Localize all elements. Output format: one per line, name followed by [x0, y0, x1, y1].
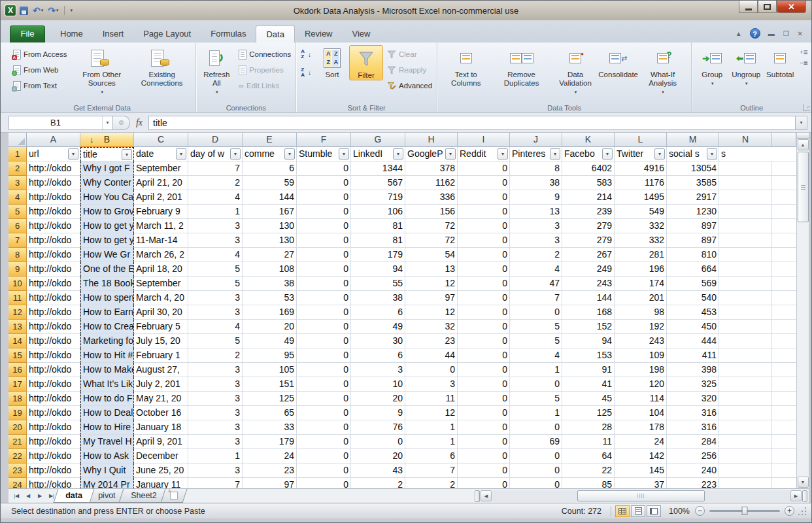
- cell[interactable]: 336: [405, 190, 458, 205]
- cell[interactable]: 5: [188, 277, 243, 291]
- insert-worksheet-tab[interactable]: [160, 489, 187, 503]
- column-header-H[interactable]: H: [405, 133, 458, 147]
- cell[interactable]: 2: [188, 348, 243, 363]
- cell[interactable]: 6: [351, 305, 405, 320]
- cell[interactable]: 240: [667, 464, 719, 478]
- cell[interactable]: 453: [667, 305, 719, 320]
- cell[interactable]: How to Hire: [80, 420, 134, 435]
- tab-formulas[interactable]: Formulas: [201, 25, 256, 42]
- cell[interactable]: 444: [667, 334, 719, 348]
- reapply-button[interactable]: Reapply: [386, 63, 433, 76]
- row-header-16[interactable]: 16: [8, 363, 27, 377]
- column-header-G[interactable]: G: [351, 133, 405, 147]
- cell[interactable]: 106: [351, 205, 405, 219]
- cell[interactable]: 9: [351, 406, 405, 420]
- edit-links-button[interactable]: ∞ Edit Links: [237, 79, 292, 92]
- cell[interactable]: April 18, 20: [134, 262, 188, 277]
- cell[interactable]: http://okdo: [27, 478, 80, 488]
- row-header-11[interactable]: 11: [8, 291, 27, 305]
- cell[interactable]: 6402: [562, 161, 615, 176]
- filter-dropdown-icon[interactable]: ▾: [122, 149, 132, 160]
- cell[interactable]: http://okdo: [27, 392, 80, 406]
- cell[interactable]: 94: [562, 334, 615, 348]
- cell[interactable]: 0: [458, 176, 510, 190]
- cell[interactable]: http://okdo: [27, 233, 80, 248]
- cell[interactable]: 5: [510, 392, 562, 406]
- cell[interactable]: 196: [615, 262, 667, 277]
- text-to-columns-button[interactable]: Text to Columns: [441, 45, 491, 88]
- cell[interactable]: 378: [405, 161, 458, 176]
- cell[interactable]: 81: [351, 219, 405, 233]
- cell[interactable]: 325: [667, 377, 719, 392]
- show-detail-button[interactable]: +≣: [800, 49, 808, 56]
- cell[interactable]: What It’s Lik: [80, 377, 134, 392]
- cell[interactable]: How to Crea: [80, 320, 134, 334]
- advanced-button[interactable]: Advanced: [386, 79, 433, 92]
- zoom-in-button[interactable]: +: [785, 506, 794, 516]
- cell[interactable]: February 9: [134, 205, 188, 219]
- row-header-20[interactable]: 20: [8, 420, 27, 435]
- cell[interactable]: 97: [243, 478, 297, 488]
- cell[interactable]: October 16: [134, 406, 188, 420]
- cell[interactable]: 94: [351, 262, 405, 277]
- cell[interactable]: 279: [562, 219, 615, 233]
- vertical-scrollbar[interactable]: ▲ ▼: [796, 133, 809, 488]
- cell[interactable]: 0: [510, 478, 562, 488]
- cell[interactable]: 27: [243, 248, 297, 262]
- cell[interactable]: January 11: [134, 478, 188, 488]
- cell[interactable]: http://okdo: [27, 219, 80, 233]
- collapse-ribbon-icon[interactable]: ▲: [736, 30, 742, 37]
- cell[interactable]: 9: [510, 190, 562, 205]
- cell[interactable]: July 2, 201: [134, 377, 188, 392]
- cell[interactable]: 239: [562, 205, 615, 219]
- cell[interactable]: 55: [351, 277, 405, 291]
- select-all-corner[interactable]: [8, 133, 27, 147]
- vertical-split-handle[interactable]: [797, 133, 809, 139]
- header-cell-linkedi[interactable]: LinkedI▾: [351, 147, 405, 161]
- cell[interactable]: 3: [188, 420, 243, 435]
- save-button[interactable]: [18, 4, 29, 17]
- cell[interactable]: 4: [188, 248, 243, 262]
- cell[interactable]: [719, 449, 772, 464]
- cell[interactable]: 332: [615, 233, 667, 248]
- from-web-button[interactable]: From Web: [12, 63, 68, 76]
- cell[interactable]: 0: [297, 190, 351, 205]
- cell[interactable]: 1495: [615, 190, 667, 205]
- cell[interactable]: http://okdo: [27, 190, 80, 205]
- cell[interactable]: 0: [297, 377, 351, 392]
- cell[interactable]: 7: [405, 464, 458, 478]
- cell[interactable]: March 4, 20: [134, 291, 188, 305]
- cell[interactable]: 69: [510, 435, 562, 449]
- cell[interactable]: 0: [458, 248, 510, 262]
- row-header-3[interactable]: 3: [8, 176, 27, 190]
- cell[interactable]: 3: [188, 219, 243, 233]
- cell[interactable]: 1: [405, 435, 458, 449]
- scroll-right-icon[interactable]: ▶: [790, 490, 802, 501]
- cell[interactable]: 37: [615, 478, 667, 488]
- redo-button[interactable]: ↷▾: [46, 4, 59, 17]
- cell[interactable]: How to do F: [80, 392, 134, 406]
- what-if-analysis-button[interactable]: What-If Analysis ▾: [637, 45, 688, 96]
- cell[interactable]: December: [134, 449, 188, 464]
- cell[interactable]: 1: [510, 406, 562, 420]
- filter-dropdown-icon[interactable]: ▾: [393, 148, 403, 160]
- header-cell-facebo[interactable]: Facebo▾: [562, 147, 615, 161]
- tab-file[interactable]: File: [10, 25, 45, 42]
- cell[interactable]: 411: [667, 348, 719, 363]
- cell[interactable]: 0: [405, 363, 458, 377]
- cell[interactable]: http://okdo: [27, 277, 80, 291]
- cell[interactable]: My Travel H: [80, 435, 134, 449]
- cell[interactable]: [719, 305, 772, 320]
- cell[interactable]: 76: [351, 420, 405, 435]
- row-header-4[interactable]: 4: [8, 190, 27, 205]
- cell[interactable]: 20: [243, 320, 297, 334]
- column-header-D[interactable]: D: [188, 133, 243, 147]
- cell[interactable]: 6: [405, 449, 458, 464]
- cell[interactable]: [719, 363, 772, 377]
- cell[interactable]: How to Hit #: [80, 348, 134, 363]
- cell[interactable]: 130: [243, 233, 297, 248]
- row-header-24[interactable]: 24: [8, 478, 27, 488]
- row-header-22[interactable]: 22: [8, 449, 27, 464]
- cell[interactable]: 120: [615, 377, 667, 392]
- cell[interactable]: July 15, 20: [134, 334, 188, 348]
